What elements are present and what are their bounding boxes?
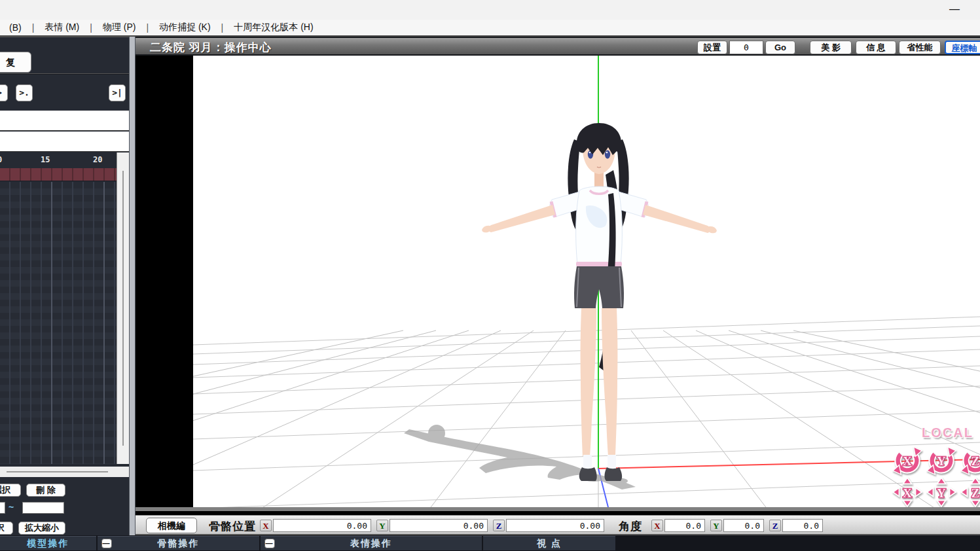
viewport-titlebar[interactable]: 二条院 羽月：操作中心 設置 Go 美 影 信 息 省性能 座標軸 <box>136 37 980 56</box>
rotate-z-icon[interactable]: Z <box>960 446 980 476</box>
move-x-icon[interactable]: X <box>892 477 922 507</box>
angle-z-input[interactable] <box>782 519 823 532</box>
render-scene[interactable]: LOCAL X <box>193 56 980 507</box>
move-gizmo-row: X Y Z <box>892 477 980 507</box>
scene-3d <box>193 56 980 507</box>
minimize-panel-icon[interactable]: — <box>101 539 112 548</box>
window-titlebar: — <box>0 0 980 20</box>
menu-item-physics[interactable]: 物理 (P) <box>94 22 145 33</box>
x-axis-badge: X <box>260 520 272 531</box>
panel-expression-operation[interactable]: — 表情操作 <box>261 536 482 550</box>
beauty-shadow-button[interactable]: 美 影 <box>810 41 852 54</box>
minimize-panel-icon[interactable]: — <box>264 539 275 548</box>
frame-step-button[interactable]: > <box>0 84 8 101</box>
viewport: 二条院 羽月：操作中心 設置 Go 美 影 信 息 省性能 座標軸 <box>136 37 980 515</box>
bone-name-field[interactable] <box>0 132 129 152</box>
menu-separator: | <box>220 22 225 33</box>
menu-separator: | <box>88 22 94 33</box>
panel-viewpoint[interactable]: 視 点 <box>483 536 615 550</box>
ruler-tick: 0 <box>0 155 2 164</box>
panel-label: 骨骼操作 <box>158 538 200 548</box>
range-start-input[interactable] <box>0 502 5 514</box>
info-button[interactable]: 信 息 <box>856 41 896 54</box>
select-button[interactable]: 選択 <box>0 484 21 497</box>
panel-bone-operation[interactable]: — 骨骼操作 <box>98 536 259 550</box>
svg-text:X: X <box>903 454 912 468</box>
character-shadow <box>404 425 636 489</box>
position-y-input[interactable] <box>390 519 488 532</box>
status-bar: 模型操作 — 骨骼操作 — 表情操作 視 点 <box>0 535 980 551</box>
angle-label: 角度 <box>619 519 642 534</box>
coordinate-bar: 相機編 骨骼位置 X Y Z 角度 X Y Z <box>136 515 980 535</box>
timeline-vertical-scrollbar[interactable] <box>117 152 129 464</box>
frame-range-row: ~ <box>0 502 129 515</box>
range-tilde: ~ <box>9 502 14 512</box>
keyframe-grid[interactable] <box>0 182 117 464</box>
menu-bar: (B) | 表情 (M) | 物理 (P) | 动作捕捉 (K) | 十周年汉化… <box>0 20 980 37</box>
range-end-input[interactable] <box>22 502 64 514</box>
menu-item-motion-capture[interactable]: 动作捕捉 (K) <box>150 22 220 33</box>
scrollbar-thumb[interactable] <box>7 471 108 472</box>
model-title: 二条院 羽月：操作中心 <box>150 40 272 55</box>
restore-button[interactable]: 复 <box>0 52 31 73</box>
ruler-tick: 20 <box>93 155 102 164</box>
rotate-gizmo-row: X Y <box>892 446 980 476</box>
svg-text:Y: Y <box>937 454 946 468</box>
timeline-panel: 复 > >. >| 0 15 20 選択 刪 除 ~ 択 拡大縮小 <box>0 37 129 535</box>
settings-button[interactable]: 設置 <box>697 41 727 54</box>
frame-last-button[interactable]: >| <box>109 84 126 101</box>
panel-viewport-divider[interactable] <box>129 37 136 535</box>
svg-text:Z: Z <box>971 486 980 500</box>
panel-divider <box>0 73 129 75</box>
angle-x-input[interactable] <box>664 519 705 532</box>
x-axis-badge: X <box>651 520 663 531</box>
timeline-ruler[interactable]: 0 15 20 <box>0 152 117 168</box>
bone-position-label: 骨骼位置 <box>209 519 256 534</box>
local-mode-toggle[interactable]: LOCAL <box>922 425 973 440</box>
minimize-icon[interactable]: — <box>943 1 966 17</box>
camera-edit-button[interactable]: 相機編 <box>146 518 197 533</box>
z-axis-badge: Z <box>769 520 781 531</box>
expand-shrink-button[interactable]: 拡大縮小 <box>18 522 65 535</box>
timeline-horizontal-scrollbar[interactable] <box>0 467 129 477</box>
menu-separator: | <box>145 22 150 33</box>
y-axis-badge: Y <box>376 520 388 531</box>
rotate-y-icon[interactable]: Y <box>926 446 956 476</box>
scrollbar-thumb[interactable] <box>122 171 124 446</box>
keyframe-row-selected[interactable] <box>0 168 117 181</box>
move-z-icon[interactable]: Z <box>960 477 980 507</box>
frame-display-field[interactable] <box>0 111 129 131</box>
menu-separator: | <box>31 22 36 33</box>
coordinate-axis-button[interactable]: 座標軸 <box>945 41 980 54</box>
panel-model-operation[interactable]: 模型操作 <box>0 536 96 550</box>
panel-label: 表情操作 <box>350 538 392 548</box>
svg-text:Z: Z <box>971 454 980 468</box>
render-area[interactable]: LOCAL X <box>136 56 980 511</box>
z-axis-badge: Z <box>493 520 505 531</box>
move-y-icon[interactable]: Y <box>926 477 956 507</box>
y-axis-badge: Y <box>710 520 722 531</box>
menu-item-bone[interactable]: (B) <box>0 22 31 33</box>
menu-item-anniversary[interactable]: 十周年汉化版本 (H) <box>225 22 322 33</box>
delete-button[interactable]: 刪 除 <box>26 484 65 497</box>
angle-y-input[interactable] <box>723 519 764 532</box>
menu-item-expression[interactable]: 表情 (M) <box>35 22 88 33</box>
go-button[interactable]: Go <box>765 41 795 54</box>
svg-text:Y: Y <box>937 486 946 500</box>
position-x-input[interactable] <box>273 519 371 532</box>
frame-number-input[interactable] <box>729 41 763 54</box>
mmd-window: — (B) | 表情 (M) | 物理 (P) | 动作捕捉 (K) | 十周年… <box>0 0 980 551</box>
rotate-x-icon[interactable]: X <box>892 446 922 476</box>
range-select-button[interactable]: 択 <box>0 522 13 535</box>
frame-next-keyframe-button[interactable]: >. <box>16 84 33 101</box>
performance-button[interactable]: 省性能 <box>899 41 941 54</box>
svg-text:X: X <box>903 486 912 500</box>
ruler-tick: 15 <box>41 155 50 164</box>
position-z-input[interactable] <box>506 519 604 532</box>
